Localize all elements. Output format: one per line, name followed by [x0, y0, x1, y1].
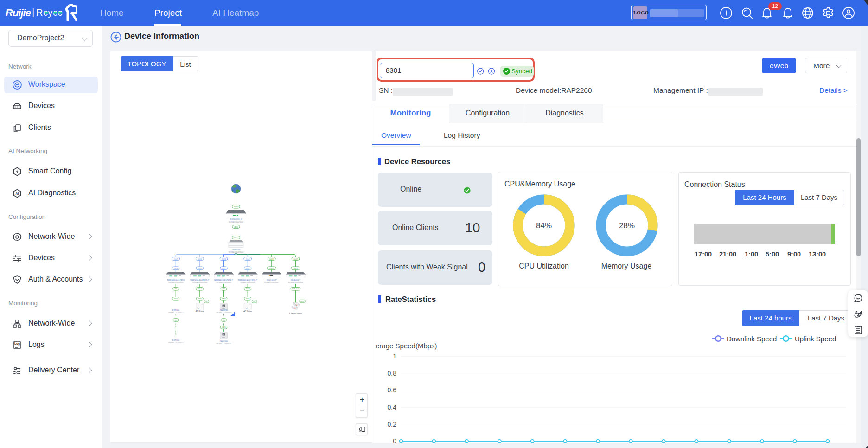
- svg-text:Gi1/5: Gi1/5: [198, 258, 202, 260]
- svg-text:84%: 84%: [536, 221, 552, 230]
- svg-text:EXT160: EXT160: [172, 339, 180, 341]
- svg-text:Gi1/3: Gi1/3: [222, 258, 226, 260]
- svg-text:v: v: [223, 305, 224, 307]
- svg-text:457: 457: [205, 301, 208, 302]
- svg-text:ES2640C P: ES2640C P: [291, 279, 301, 281]
- svg-text:WAN: WAN: [222, 326, 226, 328]
- svg-text:NBS3200-24GT4XS-P: NBS3200-24GT4XS-P: [238, 279, 257, 281]
- svg-text:4G: 4G: [175, 320, 177, 321]
- svg-text:SN:MACC10094010: SN:MACC10094010: [216, 343, 231, 345]
- svg-text:SN:MACC10094009: SN:MACC10094009: [216, 312, 231, 314]
- svg-text:10/10: 10/10: [300, 301, 304, 302]
- svg-text:NBS5200-24GT4XS-P: NBS5200-24GT4XS-P: [214, 279, 233, 281]
- svg-text:SN:MACC10094006: SN:MACC10094006: [240, 282, 255, 283]
- svg-text:Gi24: Gi24: [222, 268, 226, 269]
- svg-text:SN:MACC10094004: SN:MACC10094004: [192, 282, 208, 283]
- svg-text:28%: 28%: [619, 221, 635, 230]
- svg-text:Te24: Te24: [198, 268, 202, 269]
- svg-text:Gi0/19: Gi0/19: [293, 258, 298, 260]
- svg-text:Port 1: Port 1: [269, 268, 274, 269]
- svg-text:Gi0/17: Gi0/17: [269, 258, 274, 260]
- svg-text:WAN: WAN: [198, 298, 202, 300]
- svg-text:SN:MACC10094003: SN:MACC10094003: [168, 282, 184, 283]
- svg-text:NBS3200-24GT4XS: NBS3200-24GT4XS: [167, 279, 185, 281]
- svg-text:RAP2260: RAP2260: [220, 309, 228, 311]
- svg-text:1: 1: [393, 352, 396, 360]
- svg-text:0.4: 0.4: [388, 403, 397, 411]
- svg-text:SN:MACC10094001: SN:MACC10094001: [229, 221, 244, 223]
- svg-text:v: v: [223, 334, 224, 336]
- svg-text:0.8: 0.8: [388, 370, 397, 377]
- svg-text:SN:MACC10094016: SN:MACC10094016: [168, 342, 184, 344]
- svg-text:Gi1/9: Gi1/9: [246, 258, 250, 260]
- svg-text:LAN0: LAN0: [234, 226, 238, 228]
- svg-text:NBS6002: NBS6002: [232, 249, 241, 251]
- svg-text:EXT160: EXT160: [172, 309, 180, 311]
- svg-text:Gi3: Gi3: [174, 288, 177, 290]
- svg-text:WAN: WAN: [222, 298, 226, 300]
- svg-text:457: 457: [253, 301, 256, 302]
- svg-text:WAN0: WAN0: [234, 206, 238, 208]
- svg-text:Te24: Te24: [174, 268, 178, 269]
- svg-text:Gi1: Gi1: [223, 288, 225, 290]
- svg-text:Port 1: Port 1: [294, 268, 298, 269]
- svg-text:SN:MACC10094005: SN:MACC10094005: [216, 282, 231, 283]
- svg-text:NBS3200-24GT4XS-P: NBS3200-24GT4XS-P: [190, 279, 209, 281]
- svg-text:4G: 4G: [223, 320, 225, 321]
- svg-text:EG2100C P: EG2100C P: [267, 279, 277, 281]
- svg-text:Log: Log: [14, 342, 20, 346]
- svg-text:RAP2460: RAP2460: [220, 340, 228, 342]
- svg-text:Gi1/7: Gi1/7: [174, 258, 178, 260]
- svg-text:WAN: WAN: [246, 298, 250, 300]
- svg-text:0: 0: [393, 437, 396, 444]
- svg-text:0.6: 0.6: [388, 386, 397, 394]
- svg-text:Gi1/24: Gi1/24: [198, 288, 203, 290]
- svg-text:AP Group: AP Group: [243, 310, 252, 312]
- svg-text:EG3000XE E: EG3000XE E: [230, 218, 242, 220]
- svg-text:WAN: WAN: [174, 298, 178, 300]
- svg-text:Gi7/8: Gi7/8: [246, 288, 250, 290]
- svg-text:SN:MACC10094007: SN:MACC10094007: [264, 282, 280, 283]
- svg-text:AI: AI: [16, 192, 19, 195]
- svg-text:Camera Group: Camera Group: [289, 312, 302, 314]
- svg-text:0.2: 0.2: [388, 421, 397, 428]
- svg-text:Port 2-11: Port 2-11: [292, 288, 299, 290]
- svg-text:Gi24: Gi24: [246, 268, 249, 269]
- svg-text:SN:MACC10094015: SN:MACC10094015: [168, 312, 184, 314]
- svg-text:SN:MACC10094008: SN:MACC10094008: [288, 282, 303, 283]
- svg-text:Gi0/11: Gi0/11: [234, 237, 238, 239]
- svg-text:AP Group: AP Group: [196, 310, 204, 312]
